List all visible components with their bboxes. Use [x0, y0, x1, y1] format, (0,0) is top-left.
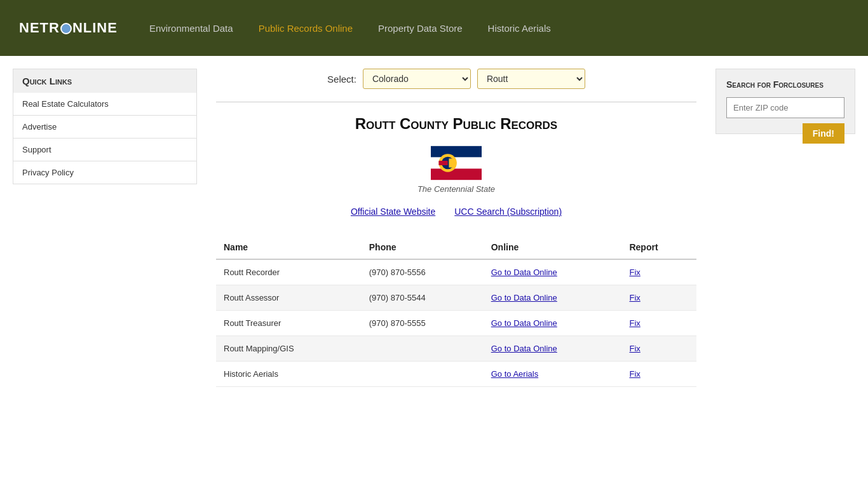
select-row: Select: Colorado Routt — [216, 69, 696, 89]
row-phone: (970) 870-5555 — [362, 311, 484, 336]
fix-link[interactable]: Fix — [629, 293, 640, 302]
row-online: Go to Aerials — [484, 362, 622, 387]
sidebar-item-privacy[interactable]: Privacy Policy — [13, 161, 197, 184]
row-online: Go to Data Online — [484, 285, 622, 311]
row-phone: (970) 870-5556 — [362, 259, 484, 285]
col-header-name: Name — [216, 236, 362, 259]
row-phone — [362, 362, 484, 387]
table-row: Routt Assessor(970) 870-5544Go to Data O… — [216, 285, 696, 311]
ucc-search-link[interactable]: UCC Search (Subscription) — [454, 207, 562, 217]
row-report: Fix — [621, 285, 696, 311]
row-online: Go to Data Online — [484, 259, 622, 285]
nav-historic-aerials[interactable]: Historic Aerials — [488, 23, 551, 34]
go-to-data-link[interactable]: Go to Data Online — [491, 293, 557, 302]
table-row: Historic AerialsGo to AerialsFix — [216, 362, 696, 387]
flag-area: The Centennial State — [216, 146, 696, 194]
select-label: Select: — [327, 74, 356, 85]
right-sidebar: Search for Forclosures Find! — [715, 69, 855, 387]
col-header-phone: Phone — [362, 236, 484, 259]
row-report: Fix — [621, 362, 696, 387]
colorado-flag — [431, 146, 482, 180]
row-name: Routt Mapping/GIS — [216, 336, 362, 362]
site-logo[interactable]: NETRNLINE — [19, 20, 118, 36]
row-name: Routt Assessor — [216, 285, 362, 311]
fix-link[interactable]: Fix — [629, 369, 640, 379]
find-button[interactable]: Find! — [803, 123, 844, 144]
site-header: NETRNLINE Environmental Data Public Reco… — [0, 0, 868, 56]
state-links-row: Official State Website UCC Search (Subsc… — [216, 207, 696, 217]
row-phone: (970) 870-5544 — [362, 285, 484, 311]
svg-rect-0 — [431, 146, 482, 158]
zip-input[interactable] — [726, 97, 844, 118]
row-name: Routt Recorder — [216, 259, 362, 285]
divider — [216, 102, 696, 102]
fix-link[interactable]: Fix — [629, 268, 640, 277]
row-name: Routt Treasurer — [216, 311, 362, 336]
row-online: Go to Data Online — [484, 311, 622, 336]
records-table: Name Phone Online Report Routt Recorder(… — [216, 236, 696, 387]
row-name: Historic Aerials — [216, 362, 362, 387]
table-row: Routt Mapping/GISGo to Data OnlineFix — [216, 336, 696, 362]
table-row: Routt Treasurer(970) 870-5555Go to Data … — [216, 311, 696, 336]
main-content: Select: Colorado Routt Routt County Publ… — [210, 69, 703, 387]
nav-environmental[interactable]: Environmental Data — [149, 23, 233, 34]
page-title: Routt County Public Records — [216, 115, 696, 133]
sidebar-item-advertise[interactable]: Advertise — [13, 116, 197, 139]
main-container: Quick Links Real Estate Calculators Adve… — [0, 56, 868, 400]
go-to-data-link[interactable]: Go to Aerials — [491, 369, 538, 379]
svg-rect-2 — [431, 168, 482, 180]
col-header-online: Online — [484, 236, 622, 259]
main-nav: Environmental Data Public Records Online… — [149, 23, 551, 34]
globe-icon — [60, 23, 72, 34]
county-select[interactable]: Routt — [477, 69, 585, 89]
table-row: Routt Recorder(970) 870-5556Go to Data O… — [216, 259, 696, 285]
fix-link[interactable]: Fix — [629, 344, 640, 353]
go-to-data-link[interactable]: Go to Data Online — [491, 318, 557, 328]
row-report: Fix — [621, 336, 696, 362]
foreclosure-title: Search for Forclosures — [726, 79, 844, 90]
row-online: Go to Data Online — [484, 336, 622, 362]
svg-rect-6 — [438, 161, 447, 165]
go-to-data-link[interactable]: Go to Data Online — [491, 344, 557, 353]
go-to-data-link[interactable]: Go to Data Online — [491, 268, 557, 277]
row-phone — [362, 336, 484, 362]
fix-link[interactable]: Fix — [629, 318, 640, 328]
state-subtitle: The Centennial State — [417, 184, 495, 194]
nav-property-data[interactable]: Property Data Store — [378, 23, 463, 34]
row-report: Fix — [621, 311, 696, 336]
row-report: Fix — [621, 259, 696, 285]
sidebar-item-support[interactable]: Support — [13, 139, 197, 161]
nav-public-records[interactable]: Public Records Online — [259, 23, 353, 34]
foreclosure-box: Search for Forclosures Find! — [715, 69, 855, 134]
left-sidebar: Quick Links Real Estate Calculators Adve… — [13, 69, 197, 387]
state-select[interactable]: Colorado — [363, 69, 471, 89]
quick-links-title: Quick Links — [13, 69, 197, 93]
sidebar-item-real-estate[interactable]: Real Estate Calculators — [13, 93, 197, 116]
svg-rect-5 — [449, 158, 454, 167]
official-state-website-link[interactable]: Official State Website — [351, 207, 435, 217]
col-header-report: Report — [621, 236, 696, 259]
